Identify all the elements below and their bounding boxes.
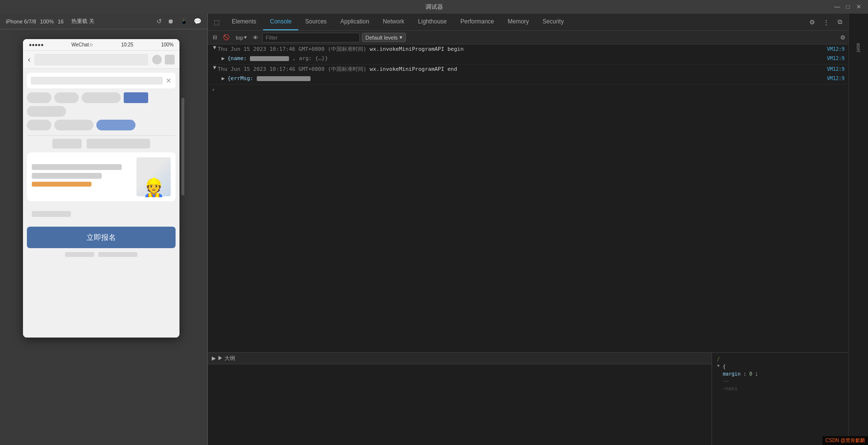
title-bar-title: 调试器 — [425, 3, 443, 11]
tab-network[interactable]: Network — [376, 14, 411, 30]
log-child-source-1[interactable]: VM12:9 — [827, 56, 845, 61]
hot-reload-label[interactable]: 热重载 关 — [71, 18, 94, 25]
outline-tab[interactable]: ▶ ▶ 大纲 — [208, 353, 712, 364]
log-source-2[interactable]: VM12:9 — [827, 66, 845, 72]
log-api-2: wx.invokeMiniProgramAPI end — [370, 66, 457, 72]
bottom-link-2 — [98, 252, 137, 257]
tab-elements[interactable]: Elements — [225, 14, 263, 30]
undock-icon[interactable]: ⧉ — [835, 17, 845, 27]
sidebar-toggle-button[interactable]: ⊟ — [211, 33, 219, 42]
blurred-value-1 — [250, 56, 289, 61]
expand-icon-1-child[interactable]: ▶ — [222, 55, 227, 62]
device-bar: iPhone 6/7/8 100% 16 热重载 关 ↺ ⏺ 📱 💬 — [0, 14, 207, 29]
log-api-1: wx.invokeMiniProgramAPI begin — [370, 46, 464, 52]
nav-more-button[interactable] — [152, 55, 162, 64]
minimize-button[interactable]: — — [834, 3, 841, 10]
device-button[interactable]: 📱 — [180, 18, 188, 25]
tag-5[interactable] — [27, 106, 66, 117]
record-button[interactable]: ⏺ — [168, 18, 174, 25]
device-label: iPhone 6/7/8 — [6, 19, 36, 24]
phone-appname: WeChat☆ — [71, 42, 93, 47]
tab-sources[interactable]: Sources — [298, 14, 334, 30]
tag-8[interactable] — [96, 120, 135, 130]
nav-actions — [152, 55, 175, 64]
phone-status-bar: ●●●●● WeChat☆ 10:25 100% — [23, 39, 179, 51]
tag-1[interactable] — [27, 92, 51, 103]
search-bar[interactable]: ✕ — [27, 73, 176, 88]
title-bar-controls: — □ ✕ — [834, 3, 862, 10]
mode-label: 16 — [58, 19, 64, 24]
inspector-icon[interactable]: ⬚ — [208, 14, 225, 30]
tab-performance[interactable]: Performance — [454, 14, 501, 30]
tab-actions: ⚙ ⋮ ⧉ — [803, 14, 848, 30]
log-row-1: ▶ Thu Jun 15 2023 10:17:46 GMT+0800 (中国标… — [208, 44, 848, 54]
console-prompt-row[interactable]: › — [208, 85, 848, 95]
chevron-down-icon: ▾ — [244, 34, 247, 41]
tab-console[interactable]: Console — [263, 14, 298, 30]
eye-icon[interactable]: 👁 — [251, 34, 260, 42]
more-icon[interactable]: ⋮ — [821, 17, 831, 27]
search-close-icon[interactable]: ✕ — [166, 77, 172, 85]
phone-content: ✕ — [23, 69, 179, 338]
close-button[interactable]: ✕ — [855, 3, 862, 10]
nav-action-button[interactable] — [165, 55, 175, 64]
log-levels-dropdown[interactable]: Default levels ▾ — [362, 33, 406, 42]
log-source-1[interactable]: VM12:9 — [827, 46, 845, 52]
refresh-button[interactable]: ↺ — [156, 18, 162, 25]
console-output[interactable]: ▶ Thu Jun 15 2023 10:17:46 GMT+0800 (中国标… — [208, 44, 848, 352]
context-selector[interactable]: top ▾ — [234, 33, 249, 42]
console-settings-icon[interactable]: ⚙ — [840, 34, 846, 41]
tab-security[interactable]: Security — [536, 14, 571, 30]
tab-spacer — [571, 14, 803, 30]
log-child-row-2: ▶ {errMsg: VM12:9 — [208, 74, 848, 84]
csdn-badge: CSDN @黑骨麒麟 — [823, 436, 868, 445]
log-child-row-1: ▶ {name: , arg: {…}} VM12:9 — [208, 54, 848, 64]
phone-frame-container: ●●●●● WeChat☆ 10:25 100% ‹ — [0, 29, 207, 445]
banner-text-1 — [32, 164, 122, 170]
divider — [27, 135, 176, 136]
input-field[interactable] — [27, 205, 176, 223]
settings-icon[interactable]: ⚙ — [807, 17, 817, 27]
log-timestamp-1: Thu Jun 15 2023 10:17:46 GMT+0800 (中国标准时… — [218, 46, 370, 52]
expand-icon-1[interactable]: ▶ — [212, 46, 218, 52]
bottom-link-1 — [65, 252, 94, 257]
log-child-text-2: {errMsg: — [227, 75, 827, 82]
tag-6[interactable] — [27, 120, 51, 130]
tag-7[interactable] — [54, 120, 93, 130]
tags-row-2 — [27, 120, 176, 130]
center-pill-2 — [87, 139, 150, 148]
prompt-icon: › — [212, 86, 215, 93]
submit-button[interactable]: 立即报名 — [27, 227, 176, 248]
tag-3[interactable] — [82, 92, 121, 103]
tab-application[interactable]: Application — [334, 14, 376, 30]
bottom-panel: ▶ ▶ 大纲 / * { margin : 0 — [208, 352, 848, 445]
tag-4[interactable] — [124, 92, 148, 103]
expand-icon-2-child[interactable]: ▶ — [222, 75, 227, 82]
nav-title — [34, 54, 148, 65]
log-child-source-2[interactable]: VM12:9 — [827, 76, 845, 81]
clear-console-button[interactable]: 🚫 — [221, 33, 232, 42]
filter-input[interactable] — [262, 33, 360, 42]
bottom-links — [27, 252, 176, 257]
worker-icon: 👷 — [143, 179, 165, 196]
tab-memory[interactable]: Memory — [501, 14, 535, 30]
banner-text-area — [32, 164, 132, 190]
code-line-4: −− — [717, 378, 844, 385]
code-line-3: margin : 0 ; — [717, 370, 844, 378]
back-button[interactable]: ‹ — [28, 55, 30, 64]
input-placeholder — [32, 211, 71, 217]
main-layout: iPhone 6/7/8 100% 16 热重载 关 ↺ ⏺ 📱 💬 ●●●●●… — [0, 14, 868, 445]
tab-lighthouse[interactable]: Lighthouse — [411, 14, 454, 30]
phone-nav-bar: ‹ — [23, 51, 179, 69]
tag-2[interactable] — [54, 92, 79, 103]
log-text-2: Thu Jun 15 2023 10:17:46 GMT+0800 (中国标准时… — [218, 65, 827, 73]
chat-button[interactable]: 💬 — [194, 18, 201, 25]
title-bar: 调试器 — □ ✕ — [0, 0, 868, 14]
maximize-button[interactable]: □ — [845, 3, 851, 10]
right-sidebar: aset — [848, 14, 868, 445]
tags-row-1 — [27, 92, 176, 117]
scroll-bar[interactable] — [181, 98, 184, 195]
expand-icon-2[interactable]: ▶ — [212, 66, 218, 72]
zoom-label: 100% — [40, 19, 54, 24]
log-child-text-1: {name: , arg: {…}} — [227, 55, 827, 62]
